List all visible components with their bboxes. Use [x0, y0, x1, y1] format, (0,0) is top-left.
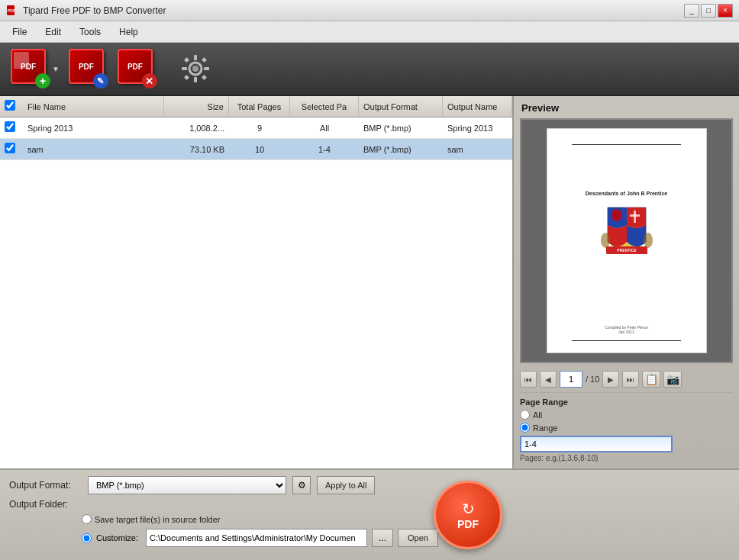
- menu-tools[interactable]: Tools: [70, 24, 110, 40]
- table-row[interactable]: Spring 2013 1,008.2... 9 All BMP (*.bmp)…: [0, 117, 512, 139]
- menu-file[interactable]: File: [3, 24, 36, 40]
- snapshot-button[interactable]: 📷: [663, 371, 682, 388]
- svg-text:PDF: PDF: [8, 8, 15, 13]
- range-label: Range: [533, 423, 557, 433]
- row1-format: BMP (*.bmp): [359, 124, 443, 133]
- svg-point-13: [612, 209, 622, 221]
- nav-controls: ⏮ ◀ 1 / 10 ▶ ⏭ 📋 📷: [520, 368, 733, 391]
- minimize-button[interactable]: _: [684, 4, 699, 18]
- remove-badge: ✕: [142, 73, 157, 89]
- preview-crest-image: PRENTICE: [600, 204, 653, 261]
- title-bar: PDF Tipard Free PDF to BMP Converter _ □…: [0, 0, 739, 21]
- window-controls: _ □ ×: [684, 4, 733, 18]
- row1-size: 1,008.2...: [164, 124, 229, 133]
- customize-radio[interactable]: [82, 533, 92, 543]
- row1-selected: All: [290, 124, 359, 133]
- custom-path-input[interactable]: C:\Documents and Settings\Administrator\…: [146, 529, 367, 547]
- page-number-input[interactable]: 1: [560, 371, 582, 388]
- save-source-radio[interactable]: [82, 514, 92, 524]
- header-checkbox[interactable]: [5, 100, 15, 111]
- add-badge: +: [35, 73, 50, 89]
- row1-total: 9: [229, 124, 290, 133]
- table-header: File Name Size Total Pages Selected Pa O…: [0, 96, 512, 117]
- menu-edit[interactable]: Edit: [36, 24, 70, 40]
- customize-row: Customize: C:\Documents and Settings\Adm…: [82, 529, 730, 547]
- page-range-title: Page Range: [520, 397, 733, 407]
- page-total: / 10: [586, 375, 599, 384]
- row1-checkbox[interactable]: [5, 121, 15, 132]
- col-header-format: Output Format: [359, 96, 443, 117]
- preview-footer: Compiled by Peter Pierce Jan 2011: [605, 325, 648, 334]
- output-format-label: Output Format:: [9, 480, 82, 491]
- convert-arrows-icon: ↻: [462, 500, 475, 518]
- add-pdf-button[interactable]: PDF + ▼: [9, 46, 61, 92]
- all-radio[interactable]: [520, 410, 530, 420]
- row2-selected: 1-4: [290, 145, 359, 154]
- app-icon: PDF: [6, 5, 18, 17]
- range-radio[interactable]: [520, 423, 530, 433]
- range-radio-row: Range: [520, 423, 733, 433]
- edit-pdf-button[interactable]: PDF ✎: [67, 46, 110, 92]
- copy-page-button[interactable]: 📋: [642, 371, 660, 388]
- row1-outname: Spring 2013: [443, 124, 512, 133]
- svg-point-4: [192, 66, 198, 72]
- row2-outname: sam: [443, 145, 512, 154]
- range-input[interactable]: 1-4: [520, 436, 673, 452]
- table-row[interactable]: sam 73.10 KB 10 1-4 BMP (*.bmp) sam: [0, 139, 512, 160]
- file-preview-row: File Name Size Total Pages Selected Pa O…: [0, 96, 739, 468]
- preview-line-bottom: [572, 340, 680, 341]
- col-header-total: Total Pages: [229, 96, 290, 117]
- next-page-button[interactable]: ▶: [602, 371, 619, 388]
- col-header-selected: Selected Pa: [290, 96, 359, 117]
- open-folder-button[interactable]: Open: [398, 529, 438, 547]
- preview-page-content: Descendants of John B Prentice: [547, 128, 707, 353]
- output-folder-label: Output Folder:: [9, 499, 82, 510]
- row2-checkbox[interactable]: [5, 143, 15, 153]
- svg-rect-9: [184, 57, 189, 63]
- last-page-button[interactable]: ⏭: [622, 371, 639, 388]
- preview-line-top: [572, 144, 680, 145]
- all-label: All: [533, 410, 542, 420]
- menu-bar: File Edit Tools Help: [0, 21, 739, 43]
- first-page-button[interactable]: ⏮: [520, 371, 537, 388]
- convert-button[interactable]: ↻ PDF: [434, 481, 502, 549]
- col-header-size: Size: [164, 96, 229, 117]
- row2-total: 10: [229, 145, 290, 154]
- add-dropdown-arrow[interactable]: ▼: [52, 65, 60, 73]
- range-hint: Pages: e.g.(1,3,6,8-10): [520, 454, 733, 462]
- prev-page-button[interactable]: ◀: [540, 371, 557, 388]
- row2-size: 73.10 KB: [164, 145, 229, 154]
- close-button[interactable]: ×: [718, 4, 733, 18]
- page-range-section: Page Range All Range 1-4 Pages: e.g.(1,3…: [520, 392, 733, 462]
- save-source-label: Save target file(s) in source folder: [95, 515, 220, 524]
- svg-rect-6: [194, 77, 197, 82]
- format-settings-button[interactable]: ⚙: [292, 476, 311, 494]
- window-title: Tipard Free PDF to BMP Converter: [23, 5, 166, 16]
- edit-badge: ✎: [93, 73, 108, 89]
- svg-rect-10: [202, 57, 207, 63]
- main-wrapper: File Name Size Total Pages Selected Pa O…: [0, 96, 739, 560]
- menu-help[interactable]: Help: [110, 24, 147, 40]
- file-table-body: Spring 2013 1,008.2... 9 All BMP (*.bmp)…: [0, 117, 512, 468]
- maximize-button[interactable]: □: [701, 4, 716, 18]
- row2-format: BMP (*.bmp): [359, 145, 443, 154]
- output-format-select[interactable]: BMP (*.bmp): [88, 476, 286, 494]
- svg-rect-12: [202, 75, 207, 80]
- apply-to-all-button[interactable]: Apply to All: [317, 476, 375, 494]
- gear-icon: [179, 53, 211, 85]
- svg-rect-15: [630, 214, 640, 217]
- convert-pdf-label: PDF: [457, 518, 479, 530]
- svg-rect-5: [194, 55, 197, 60]
- convert-button-wrap: ↻ PDF: [434, 481, 502, 549]
- row1-filename: Spring 2013: [23, 124, 164, 133]
- svg-point-18: [601, 233, 610, 248]
- settings-button[interactable]: [174, 46, 217, 92]
- svg-rect-7: [182, 67, 187, 70]
- remove-pdf-button[interactable]: PDF ✕: [116, 46, 159, 92]
- file-list-panel: File Name Size Total Pages Selected Pa O…: [0, 96, 514, 468]
- svg-rect-11: [184, 75, 189, 80]
- browse-button[interactable]: ...: [372, 529, 393, 547]
- preview-doc-title: Descendants of John B Prentice: [586, 191, 667, 196]
- all-radio-row: All: [520, 410, 733, 420]
- col-header-outname: Output Name: [443, 96, 512, 117]
